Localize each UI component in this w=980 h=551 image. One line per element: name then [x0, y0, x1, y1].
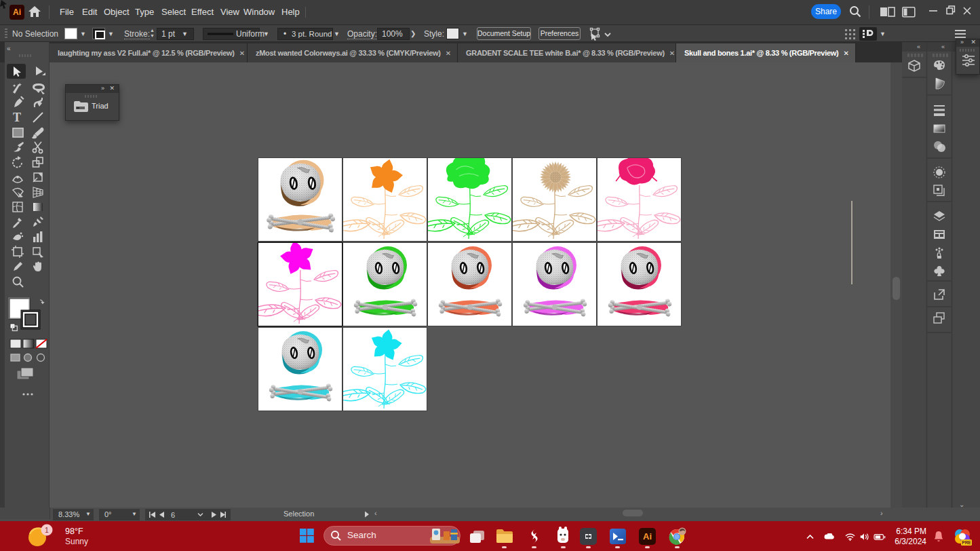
svg-text:6: 6 [171, 511, 175, 519]
svg-text:T: T [13, 111, 21, 124]
svg-text:PRE: PRE [962, 540, 971, 545]
svg-text:1: 1 [45, 526, 49, 534]
